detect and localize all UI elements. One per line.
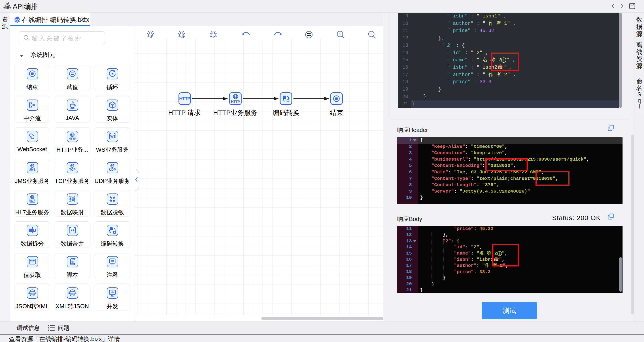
svg-text:TCP: TCP — [69, 168, 76, 171]
svg-text:XML-Json: XML-Json — [68, 292, 76, 294]
svg-text:</>: </> — [111, 291, 114, 294]
svg-text:W: W — [110, 134, 114, 138]
svg-text:HTTP: HTTP — [69, 137, 76, 140]
svg-text:</>: </> — [71, 261, 74, 263]
svg-text:HL7: HL7 — [30, 199, 35, 202]
svg-text:UDP: UDP — [109, 168, 116, 171]
svg-text:JMS: JMS — [29, 168, 36, 171]
svg-text:Json-XML: Json-XML — [28, 292, 36, 294]
svg-text:(x): (x) — [32, 260, 33, 262]
